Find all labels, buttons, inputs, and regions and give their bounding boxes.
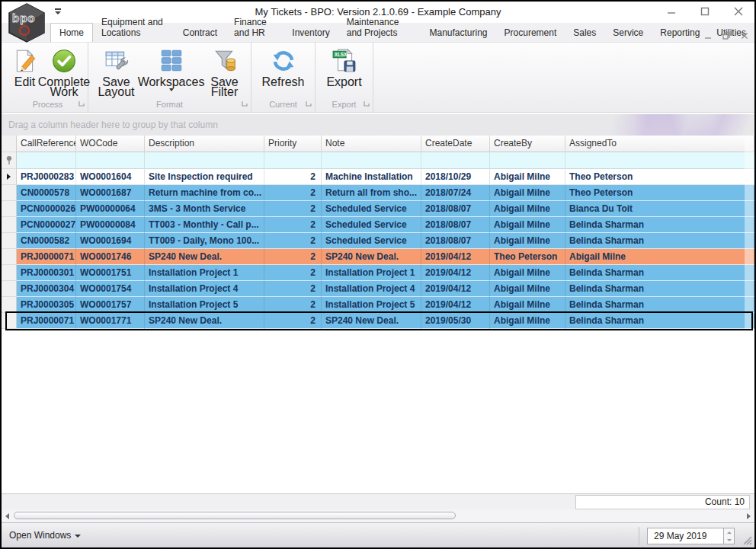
open-windows-dropdown[interactable]: Open Windows: [2, 530, 81, 541]
column-header-wocode[interactable]: WOCode: [76, 136, 145, 152]
cell-createby[interactable]: Abigail Milne: [490, 297, 565, 313]
row-indicator-cell[interactable]: [2, 217, 17, 233]
tab-manufacturing[interactable]: Manufacturing: [421, 24, 496, 42]
edit-button[interactable]: Edit: [9, 46, 40, 87]
scroll-left-icon[interactable]: [5, 513, 9, 519]
cell-createdate[interactable]: 2018/07/24: [421, 185, 490, 201]
group-by-panel[interactable]: Drag a column header here to group by th…: [2, 113, 754, 136]
table-row[interactable]: PRJ0000304WO0001754Installation Project …: [2, 281, 754, 297]
cell-note[interactable]: SP240 New Deal.: [322, 313, 421, 329]
cell-priority[interactable]: 2: [264, 169, 322, 185]
filter-cell-createby[interactable]: [490, 152, 565, 169]
cell-assignedto[interactable]: Belinda Sharman: [565, 313, 754, 329]
workspaces-button[interactable]: Workspaces: [144, 46, 199, 91]
cell-priority[interactable]: 2: [264, 313, 322, 329]
row-indicator-cell[interactable]: [2, 233, 17, 249]
row-indicator-cell[interactable]: [2, 265, 17, 281]
cell-createby[interactable]: Abigail Milne: [490, 281, 565, 297]
minimize-button[interactable]: [663, 5, 680, 18]
group-launcher-icon[interactable]: [242, 98, 248, 110]
tab-procurement[interactable]: Procurement: [496, 24, 565, 42]
cell-assignedto[interactable]: Theo Peterson: [565, 185, 754, 201]
cell-priority[interactable]: 2: [264, 249, 322, 265]
horizontal-scrollbar[interactable]: [2, 509, 754, 522]
tab-equipment-and-locations[interactable]: Equipment and Locations: [93, 13, 175, 42]
mdi-minimize-button[interactable]: [704, 29, 712, 43]
cell-createby[interactable]: Abigail Milne: [490, 169, 565, 185]
row-indicator-cell[interactable]: [2, 249, 17, 265]
filter-cell-wocode[interactable]: [76, 152, 145, 169]
cell-note[interactable]: Scheduled Service: [322, 201, 421, 217]
group-launcher-icon[interactable]: [78, 98, 85, 110]
cell-createby[interactable]: Abigail Milne: [490, 217, 565, 233]
table-row[interactable]: PRJ0000071WO0001746SP240 New Deal.2SP240…: [2, 249, 754, 265]
column-header-description[interactable]: Description: [145, 136, 264, 152]
cell-createdate[interactable]: 2018/08/07: [421, 201, 490, 217]
cell-wocode[interactable]: WO0001751: [76, 265, 145, 281]
cell-wocode[interactable]: WO0001687: [76, 185, 145, 201]
refresh-button[interactable]: Refresh: [257, 46, 310, 87]
cell-priority[interactable]: 2: [264, 281, 322, 297]
maximize-button[interactable]: [697, 5, 713, 18]
column-header-createby[interactable]: CreateBy: [490, 136, 565, 152]
cell-description[interactable]: Return machine from co...: [145, 185, 264, 201]
mdi-restore-button[interactable]: [722, 29, 730, 43]
scrollbar-thumb[interactable]: [14, 512, 456, 519]
table-row[interactable]: PRJ0000071WO0001771SP240 New Deal.2SP240…: [2, 313, 754, 329]
cell-note[interactable]: Installation Project 4: [322, 281, 421, 297]
row-indicator-cell[interactable]: [2, 201, 17, 217]
filter-cell-description[interactable]: [145, 152, 264, 169]
tab-contract[interactable]: Contract: [175, 24, 226, 42]
table-row[interactable]: CN0000582WO0001694TT009 - Daily, Mono 10…: [2, 233, 754, 249]
cell-description[interactable]: TT009 - Daily, Mono 100...: [145, 233, 264, 249]
cell-wocode[interactable]: PW00000084: [76, 217, 145, 233]
cell-assignedto[interactable]: Belinda Sharman: [565, 233, 754, 249]
cell-assignedto[interactable]: Belinda Sharman: [565, 217, 754, 233]
cell-callreference[interactable]: PCN0000026: [17, 201, 76, 217]
cell-callreference[interactable]: PRJ0000283: [17, 169, 76, 185]
cell-description[interactable]: Site Inspection required: [145, 169, 264, 185]
cell-priority[interactable]: 2: [264, 201, 322, 217]
tab-service[interactable]: Service: [604, 24, 652, 42]
tab-inventory[interactable]: Inventory: [284, 24, 338, 42]
cell-createby[interactable]: Abigail Milne: [490, 201, 565, 217]
cell-callreference[interactable]: PCN0000027: [17, 217, 76, 233]
cell-createby[interactable]: Abigail Milne: [490, 313, 565, 329]
cell-wocode[interactable]: WO0001757: [76, 297, 145, 313]
table-row[interactable]: PCN0000027PW00000084TT003 - Monthly - Ca…: [2, 217, 754, 233]
cell-priority[interactable]: 2: [264, 233, 322, 249]
group-launcher-icon[interactable]: [306, 98, 312, 110]
cell-note[interactable]: SP240 New Deal.: [322, 249, 421, 265]
row-indicator-cell[interactable]: [2, 281, 17, 297]
vertical-scrollbar[interactable]: [745, 136, 754, 493]
cell-wocode[interactable]: WO0001694: [76, 233, 145, 249]
cell-note[interactable]: Machine Installation: [322, 169, 421, 185]
cell-wocode[interactable]: WO0001771: [76, 313, 145, 329]
mdi-close-button[interactable]: [741, 29, 748, 43]
cell-priority[interactable]: 2: [264, 217, 322, 233]
cell-callreference[interactable]: CN0000578: [17, 185, 76, 201]
scroll-right-icon[interactable]: [747, 513, 751, 519]
table-row[interactable]: CN0000578WO0001687Return machine from co…: [2, 185, 754, 201]
filter-cell-callreference[interactable]: [17, 152, 76, 169]
cell-note[interactable]: Scheduled Service: [322, 233, 421, 249]
table-row[interactable]: PCN0000026PW000000643MS - 3 Month Servic…: [2, 201, 754, 217]
cell-description[interactable]: 3MS - 3 Month Service: [145, 201, 264, 217]
column-header-priority[interactable]: Priority: [264, 136, 322, 152]
cell-createdate[interactable]: 2019/04/12: [421, 249, 490, 265]
cell-createdate[interactable]: 2019/04/12: [421, 265, 490, 281]
app-logo[interactable]: bpo: [6, 3, 47, 43]
cell-note[interactable]: Scheduled Service: [322, 217, 421, 233]
cell-callreference[interactable]: CN0000582: [17, 233, 76, 249]
cell-callreference[interactable]: PRJ0000071: [17, 249, 76, 265]
group-launcher-icon[interactable]: [364, 98, 370, 110]
cell-note[interactable]: Return all from sho...: [322, 185, 421, 201]
filter-cell-createdate[interactable]: [421, 152, 490, 169]
cell-priority[interactable]: 2: [264, 265, 322, 281]
cell-createdate[interactable]: 2018/08/07: [421, 217, 490, 233]
cell-createby[interactable]: Theo Peterson: [490, 249, 565, 265]
cell-assignedto[interactable]: Belinda Sharman: [565, 281, 754, 297]
row-indicator-arrow-icon[interactable]: [2, 169, 17, 185]
table-row[interactable]: PRJ0000301WO0001751Installation Project …: [2, 265, 754, 281]
cell-callreference[interactable]: PRJ0000301: [17, 265, 76, 281]
